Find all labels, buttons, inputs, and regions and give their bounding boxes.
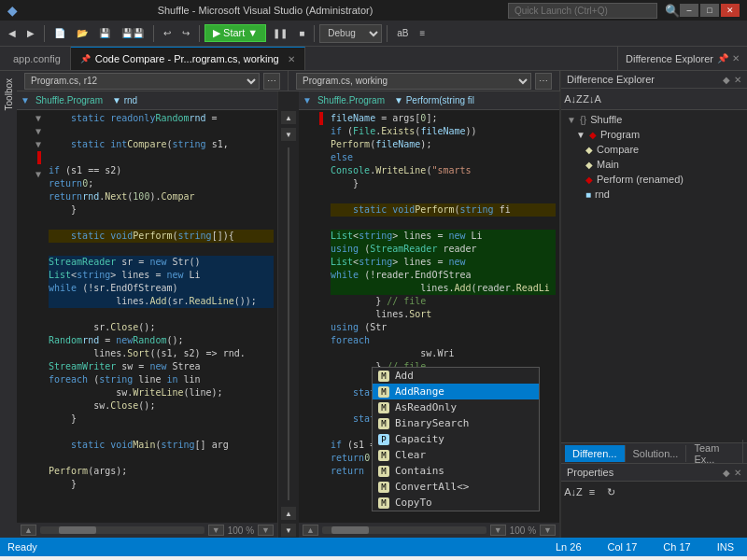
code-line: if (File.Exists(fileName)) — [331, 125, 556, 138]
code-line: foreach — [331, 334, 556, 347]
prop-refresh-btn[interactable]: ↻ — [602, 483, 619, 500]
stop-button[interactable]: ■ — [294, 23, 309, 44]
right-zoom-more-btn[interactable]: ▼ — [540, 525, 556, 536]
right-line-numbers — [299, 110, 327, 523]
de-sort-az-btn[interactable]: A↓Z — [565, 91, 582, 107]
diff-explorer-dock-btn[interactable]: ◆ — [723, 75, 730, 85]
start-button[interactable]: ▶ Start ▼ — [204, 24, 266, 42]
ac-item-copyto[interactable]: M CopyTo — [373, 495, 539, 511]
code-line — [331, 190, 556, 203]
ac-item-capacity[interactable]: P Capacity — [373, 431, 539, 447]
ac-item-convertall[interactable]: M ConvertAll<> — [373, 479, 539, 495]
toolbox-label[interactable]: Toolbox — [4, 75, 14, 114]
gutter-bottom-btn2[interactable]: ▼ — [281, 524, 296, 537]
right-file-more-btn[interactable]: ⋯ — [535, 73, 552, 90]
right-zoom-label: 100 % — [510, 525, 536, 536]
right-scroll-down-btn[interactable]: ▼ — [490, 525, 506, 536]
diff-explorer-pin-btn[interactable]: 📌 — [717, 53, 728, 63]
save-button[interactable]: 💾 — [94, 23, 115, 44]
format-button[interactable]: aB — [392, 23, 413, 44]
prop-az-btn[interactable]: A↓Z — [565, 483, 582, 500]
new-file-button[interactable]: 📄 — [49, 23, 70, 44]
right-class-keyword: ▼ — [303, 95, 312, 105]
left-code-lines[interactable]: static readonly Random rnd = static int … — [45, 110, 277, 523]
pause-button[interactable]: ❚❚ — [268, 23, 292, 44]
tab-code-compare[interactable]: 📌 Code Compare - Pr...rogram.cs, working… — [71, 47, 305, 70]
gutter-prev-btn[interactable]: ▲ — [281, 111, 296, 124]
tab-differen[interactable]: Differen... — [565, 445, 626, 462]
tree-label-rnd: rnd — [595, 189, 610, 200]
tree-item-rnd[interactable]: ■ rnd — [563, 187, 745, 202]
quick-launch-input[interactable] — [508, 3, 657, 19]
left-editor-footer: ▲ ▼ 100 % ▼ — [17, 523, 277, 538]
right-class-bar: ▼ Shuffle.Program ▼ Perform(string fil — [299, 91, 559, 110]
code-line: using (Str — [331, 321, 556, 334]
diff-explorer-header: Difference Explorer 📌 ✕ — [617, 47, 747, 70]
ac-item-addrange[interactable]: M AddRange — [373, 384, 539, 399]
tab-app-config[interactable]: app.config — [4, 47, 71, 70]
tab-solution-label: Solution... — [633, 448, 679, 459]
right-scroll-up-btn[interactable]: ▲ — [303, 525, 318, 536]
diff-explorer-close-x-btn[interactable]: ✕ — [734, 75, 741, 85]
left-scroll-down-btn[interactable]: ▼ — [208, 525, 224, 536]
tree-item-shuffle[interactable]: ▼ {} Shuffle — [563, 112, 745, 127]
tab-differen-label: Differen... — [572, 448, 617, 459]
de-sort-za-btn[interactable]: Z↓A — [584, 91, 600, 107]
code-line — [49, 243, 274, 256]
ac-item-binarysearch[interactable]: M BinarySearch — [373, 415, 539, 431]
back-button[interactable]: ◀ — [4, 23, 21, 44]
ac-method-icon: M — [378, 386, 389, 398]
right-scroll-bar[interactable] — [322, 526, 486, 534]
code-line: } — [49, 413, 274, 426]
minimize-button[interactable]: – — [680, 4, 698, 17]
layout-button[interactable]: ≡ — [416, 23, 430, 44]
code-line-highlight: while (!reader.EndOfStrea — [331, 269, 556, 282]
close-button[interactable]: ✕ — [721, 4, 740, 17]
code-line: } — [49, 203, 274, 217]
ac-item-contains[interactable]: M Contains — [373, 463, 539, 479]
left-file-select[interactable]: Program.cs, r12 — [24, 73, 260, 90]
tree-item-perform[interactable]: ◆ Perform (renamed) — [563, 172, 745, 187]
left-scroll-up-btn[interactable]: ▲ — [21, 525, 36, 536]
ac-item-add[interactable]: M Add — [373, 368, 539, 384]
ac-item-clear[interactable]: M Clear — [373, 447, 539, 463]
prop-cat-btn[interactable]: ≡ — [584, 483, 600, 500]
tree-item-compare[interactable]: ◆ Compare — [563, 142, 745, 157]
code-line: sw.Close(); — [49, 399, 274, 413]
properties-close-btn[interactable]: ✕ — [734, 468, 741, 478]
redo-button[interactable]: ↪ — [177, 23, 194, 44]
code-line — [49, 125, 274, 138]
code-line: if (s1 == s2) — [49, 164, 274, 177]
tree-item-program[interactable]: ▼ ◆ Program — [563, 127, 745, 142]
save-all-button[interactable]: 💾💾 — [117, 23, 148, 44]
tab-close-icon[interactable]: ✕ — [288, 54, 295, 64]
code-line — [49, 426, 274, 439]
left-file-more-btn[interactable]: ⋯ — [263, 73, 280, 90]
status-bar: Ready Ln 26 Col 17 Ch 17 INS — [0, 538, 747, 556]
code-line-highlight: List<string> lines = new Li — [49, 269, 274, 282]
gutter-bottom-btn[interactable]: ▲ — [281, 507, 296, 520]
tab-solution[interactable]: Solution... — [626, 445, 687, 462]
properties-dock-btn[interactable]: ◆ — [723, 468, 730, 478]
ac-item-asreadonly[interactable]: M AsReadOnly — [373, 399, 539, 415]
code-line: Perform(args); — [49, 465, 274, 478]
properties-toolbar: A↓Z ≡ ↻ — [561, 482, 747, 502]
left-scroll-bar[interactable] — [40, 526, 204, 534]
tree-label-main: Main — [597, 159, 619, 170]
debug-config-select[interactable]: Debug Release — [319, 24, 382, 43]
gutter-next-btn[interactable]: ▼ — [281, 128, 296, 141]
diff-explorer-close-btn[interactable]: ✕ — [732, 53, 740, 63]
forward-button[interactable]: ▶ — [22, 23, 39, 44]
left-zoom-more-btn[interactable]: ▼ — [258, 525, 274, 536]
right-file-select[interactable]: Program.cs, working — [296, 73, 531, 90]
title-text: Shuffle - Microsoft Visual Studio (Admin… — [22, 5, 508, 16]
undo-button[interactable]: ↩ — [159, 23, 176, 44]
left-code-area[interactable]: ▼ ▼ ▼ — [17, 110, 277, 523]
maximize-button[interactable]: □ — [700, 4, 719, 17]
properties-title-bar: Properties ◆ ✕ — [561, 464, 747, 482]
code-line: } // file — [331, 295, 556, 308]
tree-item-main[interactable]: ◆ Main — [563, 157, 745, 172]
search-icon[interactable]: 🔍 — [665, 4, 680, 18]
main-toolbar: ◀ ▶ 📄 📂 💾 💾💾 ↩ ↪ ▶ Start ▼ ❚❚ ■ Debug Re… — [0, 21, 747, 47]
open-button[interactable]: 📂 — [72, 23, 92, 44]
